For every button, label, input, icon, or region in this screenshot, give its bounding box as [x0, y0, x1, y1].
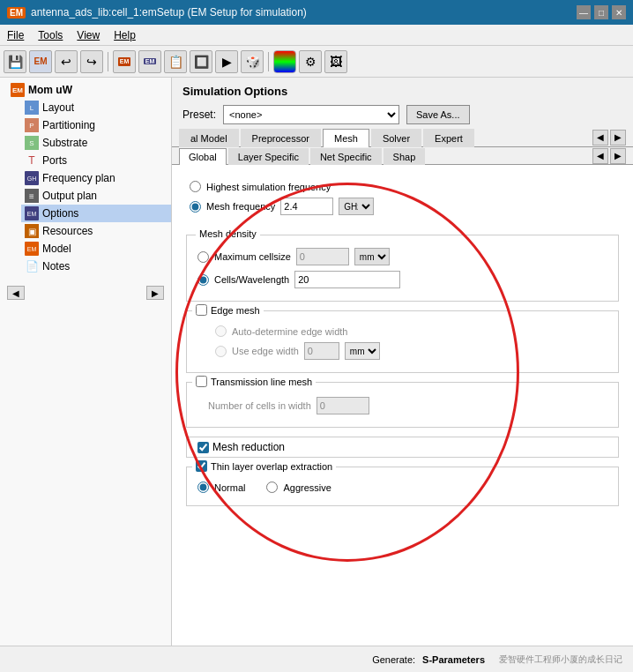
em-settings-button[interactable]: EM: [138, 50, 161, 73]
mesh-reduction-label: Mesh reduction: [212, 441, 285, 453]
freq-icon: GH: [25, 171, 39, 185]
toolbar-separator-2: [268, 52, 269, 71]
sub-tab-shape[interactable]: Shap: [384, 148, 426, 165]
menu-help[interactable]: Help: [114, 29, 136, 41]
image-button[interactable]: 🖼: [324, 50, 347, 73]
sidebar-item-options[interactable]: EM Options: [21, 205, 171, 222]
title-bar: EM antenna_ads_lib:cell_1:emSetup (EM Se…: [0, 0, 633, 25]
sidebar-item-model[interactable]: EM Model: [21, 240, 171, 258]
sub-tab-bar: Global Layer Specific Net Specific Shap …: [172, 147, 633, 165]
save-button[interactable]: 💾: [4, 50, 26, 73]
tab-expert[interactable]: Expert: [423, 129, 474, 147]
menu-view[interactable]: View: [77, 29, 100, 41]
auto-edge-label: Auto-determine edge width: [232, 326, 347, 337]
netlist-button[interactable]: 📋: [164, 50, 187, 73]
menu-file[interactable]: File: [7, 29, 24, 41]
preset-select[interactable]: <none>: [223, 105, 399, 124]
cellsize-unit-select[interactable]: mm um: [354, 248, 390, 265]
highest-freq-radio[interactable]: [190, 181, 201, 192]
transmission-line-checkbox[interactable]: [196, 376, 207, 387]
run-button[interactable]: ▶: [215, 50, 238, 73]
thin-layer-section: Thin layer overlap extraction Normal Agg…: [186, 467, 619, 506]
aggressive-row: Aggressive: [266, 482, 331, 493]
sidebar-item-label-output-plan: Output plan: [42, 190, 97, 202]
tab-preprocessor[interactable]: Preprocessor: [241, 129, 321, 147]
layout-button[interactable]: 🔲: [190, 50, 212, 73]
sidebar-item-label-model: Model: [42, 243, 71, 255]
sidebar-scroll-left[interactable]: ◀: [7, 286, 25, 300]
em-setup-button[interactable]: EM: [113, 50, 136, 73]
cells-wavelength-row: Cells/Wavelength: [197, 271, 607, 288]
ports-icon: T: [25, 153, 39, 168]
sidebar-item-frequency-plan[interactable]: GH Frequency plan: [21, 169, 171, 187]
cells-wavelength-label: Cells/Wavelength: [214, 274, 289, 285]
transmission-line-section: Transmission line mesh Number of cells i…: [186, 382, 619, 428]
sidebar-item-ports[interactable]: T Ports: [21, 152, 171, 169]
freq-unit-select[interactable]: GHz MHz THz: [339, 198, 374, 215]
tab-mesh[interactable]: Mesh: [323, 129, 369, 147]
screenshot-button[interactable]: EM: [29, 50, 52, 73]
edge-unit-select[interactable]: mm: [345, 342, 380, 360]
thin-layer-checkbox[interactable]: [196, 460, 207, 472]
sidebar-root-label: Mom uW: [28, 84, 72, 96]
mesh-freq-label: Mesh frequency: [206, 201, 275, 212]
minimize-button[interactable]: —: [577, 5, 591, 19]
normal-radio[interactable]: [197, 482, 209, 493]
highest-freq-row: Highest simulation frequency: [190, 181, 615, 192]
aggressive-label: Aggressive: [283, 482, 331, 493]
close-button[interactable]: ✕: [612, 5, 626, 19]
sub-tab-layer-specific[interactable]: Layer Specific: [228, 148, 309, 165]
sub-tab-net-specific[interactable]: Net Specific: [310, 148, 382, 165]
sub-tab-nav-left[interactable]: ◀: [592, 148, 608, 164]
maximize-button[interactable]: □: [594, 5, 608, 19]
sidebar-item-layout[interactable]: L Layout: [21, 99, 171, 116]
notes-icon: 📄: [25, 259, 39, 273]
sub-tab-global[interactable]: Global: [179, 148, 227, 165]
undo-button[interactable]: ↩: [55, 50, 78, 73]
sidebar-item-label-options: Options: [42, 207, 78, 220]
sidebar-scroll-right[interactable]: ▶: [146, 286, 164, 300]
sidebar-item-label-substrate: Substrate: [42, 137, 87, 149]
sidebar-item-partitioning[interactable]: P Partitioning: [21, 116, 171, 134]
sidebar-item-label-notes: Notes: [42, 260, 70, 273]
aggressive-radio[interactable]: [266, 482, 278, 493]
max-cellsize-input[interactable]: [296, 248, 349, 265]
tab-solver[interactable]: Solver: [371, 129, 421, 147]
cells-width-input[interactable]: [316, 397, 369, 414]
mesh-reduction-checkbox[interactable]: [197, 442, 209, 453]
tab-al-model[interactable]: al Model: [179, 129, 239, 147]
3d-button[interactable]: 🎲: [241, 50, 264, 73]
generate-value: S-Parameters: [422, 654, 485, 665]
settings-button[interactable]: ⚙: [299, 50, 322, 73]
menu-bar: File Tools View Help: [0, 25, 633, 46]
sub-tab-nav-right[interactable]: ▶: [610, 148, 626, 164]
use-edge-radio[interactable]: [215, 346, 227, 357]
mesh-freq-input[interactable]: 2.4: [280, 198, 333, 215]
sidebar-item-output-plan[interactable]: ≡ Output plan: [21, 187, 171, 205]
auto-edge-width-row: Auto-determine edge width: [197, 325, 607, 337]
cells-wavelength-input[interactable]: [294, 271, 400, 288]
tab-nav-left[interactable]: ◀: [592, 130, 608, 146]
sidebar-item-substrate[interactable]: S Substrate: [21, 134, 171, 152]
mesh-freq-radio[interactable]: [190, 201, 201, 213]
substrate-icon: S: [25, 136, 39, 150]
sidebar-item-resources[interactable]: ▣ Resources: [21, 222, 171, 240]
edge-mesh-checkbox[interactable]: [196, 304, 207, 316]
sidebar-item-label-layout: Layout: [42, 101, 74, 114]
menu-tools[interactable]: Tools: [38, 29, 63, 41]
redo-button[interactable]: ↪: [80, 50, 103, 73]
model-icon: EM: [25, 242, 39, 256]
highest-freq-label: Highest simulation frequency: [206, 182, 331, 192]
auto-edge-radio[interactable]: [215, 325, 227, 337]
cells-wavelength-radio[interactable]: [197, 274, 209, 286]
edge-width-input[interactable]: [304, 342, 339, 360]
color-button[interactable]: [273, 50, 296, 73]
tab-nav-right[interactable]: ▶: [610, 130, 626, 146]
root-em-icon: EM: [11, 83, 25, 97]
sidebar-root[interactable]: EM Mom uW: [7, 81, 171, 99]
layout-icon: L: [25, 101, 39, 115]
sidebar-item-notes[interactable]: 📄 Notes: [21, 258, 171, 275]
sidebar-item-label-partitioning: Partitioning: [42, 119, 95, 131]
save-as-button[interactable]: Save As...: [406, 105, 470, 124]
max-cellsize-radio[interactable]: [197, 251, 209, 263]
